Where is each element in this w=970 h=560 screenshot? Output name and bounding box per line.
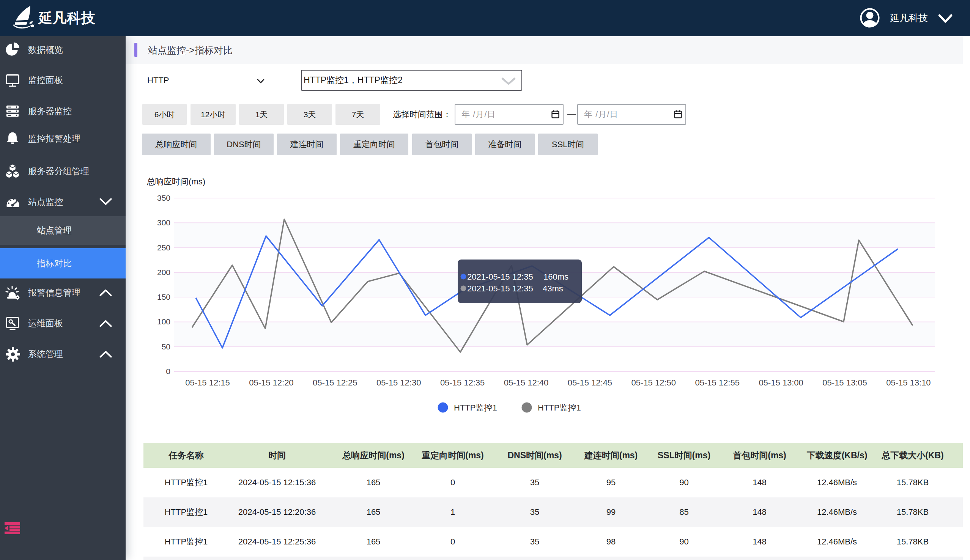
- svg-text:总响应时间(ms): 总响应时间(ms): [147, 177, 205, 186]
- svg-text:300: 300: [157, 218, 170, 227]
- svg-text:2021-05-15 12:35: 2021-05-15 12:35: [467, 272, 533, 282]
- svg-text:05-15 13:10: 05-15 13:10: [886, 378, 930, 387]
- svg-text:160ms: 160ms: [543, 272, 568, 282]
- svg-text:05-15 12:40: 05-15 12:40: [504, 378, 548, 387]
- svg-text:350: 350: [157, 193, 170, 202]
- svg-text:43ms: 43ms: [543, 284, 563, 293]
- svg-text:05-15 12:35: 05-15 12:35: [440, 378, 485, 387]
- svg-text:250: 250: [157, 243, 170, 252]
- svg-text:HTTP监控1: HTTP监控1: [538, 403, 581, 412]
- svg-text:0: 0: [166, 367, 170, 376]
- svg-text:50: 50: [162, 342, 170, 351]
- svg-text:05-15 12:50: 05-15 12:50: [632, 378, 676, 387]
- svg-text:200: 200: [157, 268, 170, 277]
- svg-text:05-15 12:20: 05-15 12:20: [249, 378, 293, 387]
- svg-text:2021-05-15 12:35: 2021-05-15 12:35: [467, 284, 533, 293]
- svg-text:150: 150: [157, 293, 170, 301]
- svg-text:05-15 13:00: 05-15 13:00: [758, 378, 803, 387]
- svg-text:05-15 12:25: 05-15 12:25: [313, 378, 357, 387]
- svg-text:100: 100: [157, 317, 170, 326]
- svg-text:05-15 12:45: 05-15 12:45: [568, 378, 612, 387]
- svg-text:HTTP监控1: HTTP监控1: [454, 403, 497, 412]
- svg-text:05-15 13:05: 05-15 13:05: [822, 378, 867, 387]
- svg-text:05-15 12:15: 05-15 12:15: [185, 378, 230, 387]
- svg-text:05-15 12:30: 05-15 12:30: [377, 378, 421, 387]
- svg-text:05-15 12:55: 05-15 12:55: [695, 378, 739, 387]
